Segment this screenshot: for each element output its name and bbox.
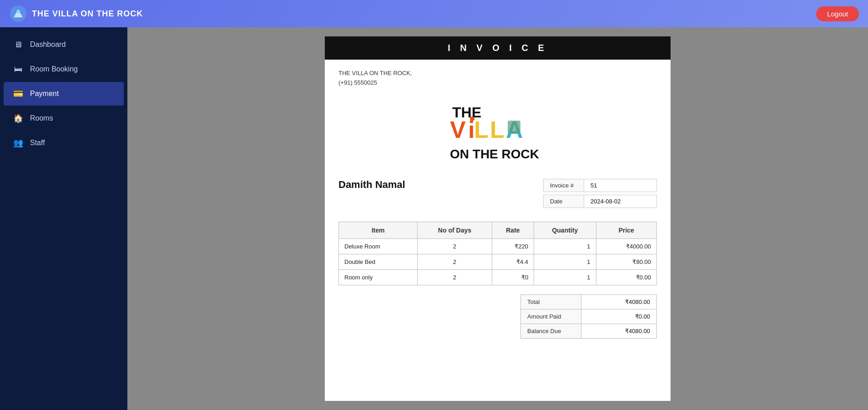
cell-rate: ₹4.4	[492, 254, 534, 269]
company-name: THE VILLA ON THE ROCK,	[338, 69, 412, 78]
company-logo: THE V i L L A ON THE ROCK	[439, 92, 557, 165]
sidebar-label-room-booking: Room Booking	[30, 65, 78, 73]
balance-due-row: Balance Due ₹4080.00	[521, 324, 657, 338]
svg-text:ON THE ROCK: ON THE ROCK	[450, 147, 539, 161]
sidebar-item-dashboard[interactable]: 🖥 Dashboard	[4, 33, 124, 56]
invoice-number-value: 51	[584, 179, 657, 192]
totals-table: Total ₹4080.00 Amount Paid ₹0.00 Balance…	[520, 294, 657, 339]
total-row: Total ₹4080.00	[521, 294, 657, 309]
dashboard-icon: 🖥	[13, 39, 24, 50]
cell-days: 2	[418, 238, 492, 254]
brand: THE VILLA ON THE ROCK	[9, 5, 143, 23]
svg-rect-9	[508, 121, 520, 133]
sidebar-item-payment[interactable]: 💳 Payment	[4, 82, 124, 106]
cell-rate: ₹0	[492, 269, 534, 285]
cell-price: ₹80.00	[596, 254, 656, 269]
table-row: Double Bed 2 ₹4.4 1 ₹80.00	[339, 254, 657, 269]
cell-days: 2	[418, 254, 492, 269]
balance-due-label: Balance Due	[521, 324, 581, 338]
total-value: ₹4080.00	[581, 294, 656, 309]
total-label: Total	[521, 294, 581, 309]
invoice-number-label: Invoice #	[543, 179, 584, 192]
sidebar-label-staff: Staff	[30, 139, 45, 147]
brand-title: THE VILLA ON THE ROCK	[32, 9, 143, 19]
rooms-icon: 🏠	[13, 113, 24, 124]
cell-quantity: 1	[534, 238, 596, 254]
cell-item: Deluxe Room	[339, 238, 418, 254]
table-header-item: Item	[339, 222, 418, 238]
amount-paid-row: Amount Paid ₹0.00	[521, 309, 657, 324]
table-header-rate: Rate	[492, 222, 534, 238]
invoice-title-bar: I N V O I C E	[325, 36, 671, 60]
invoice-number-row: Invoice # 51	[543, 179, 657, 192]
balance-due-value: ₹4080.00	[581, 324, 656, 338]
sidebar: 🖥 Dashboard 🛏 Room Booking 💳 Payment 🏠 R…	[0, 27, 127, 410]
svg-text:L: L	[490, 116, 505, 143]
sidebar-item-rooms[interactable]: 🏠 Rooms	[4, 106, 124, 130]
sidebar-item-room-booking[interactable]: 🛏 Room Booking	[4, 57, 124, 81]
table-header-price: Price	[596, 222, 656, 238]
customer-section: Damith Namal Invoice # 51 Date 2024-08-0…	[325, 179, 671, 217]
company-phone: (+91) 5550025	[338, 78, 412, 88]
amount-paid-value: ₹0.00	[581, 309, 656, 324]
sidebar-label-rooms: Rooms	[30, 114, 53, 122]
logo-area: THE V i L L A ON THE ROCK	[325, 88, 671, 179]
table-row: Room only 2 ₹0 1 ₹0.00	[339, 269, 657, 285]
cell-days: 2	[418, 269, 492, 285]
brand-icon	[9, 5, 27, 23]
svg-point-1	[16, 10, 20, 14]
table-header-quantity: Quantity	[534, 222, 596, 238]
cell-item: Double Bed	[339, 254, 418, 269]
invoice-date-value: 2024-08-02	[584, 195, 657, 208]
invoice-top: THE VILLA ON THE ROCK, (+91) 5550025	[325, 69, 671, 88]
invoice-paper: I N V O I C E THE VILLA ON THE ROCK, (+9…	[325, 36, 671, 401]
cell-price: ₹4000.00	[596, 238, 656, 254]
content-area: I N V O I C E THE VILLA ON THE ROCK, (+9…	[127, 27, 868, 410]
invoice-date-row: Date 2024-08-02	[543, 195, 657, 208]
invoice-meta: Invoice # 51 Date 2024-08-02	[543, 179, 657, 208]
room-booking-icon: 🛏	[13, 64, 24, 75]
table-header-days: No of Days	[418, 222, 492, 238]
invoice-table: Item No of Days Rate Quantity Price Delu…	[338, 222, 657, 285]
company-info: THE VILLA ON THE ROCK, (+91) 5550025	[338, 69, 412, 88]
totals-section: Total ₹4080.00 Amount Paid ₹0.00 Balance…	[338, 294, 657, 339]
cell-rate: ₹220	[492, 238, 534, 254]
cell-item: Room only	[339, 269, 418, 285]
staff-icon: 👥	[13, 137, 24, 148]
cell-quantity: 1	[534, 254, 596, 269]
cell-quantity: 1	[534, 269, 596, 285]
svg-text:V: V	[450, 116, 466, 143]
sidebar-item-staff[interactable]: 👥 Staff	[4, 131, 124, 155]
amount-paid-label: Amount Paid	[521, 309, 581, 324]
logout-button[interactable]: Logout	[816, 6, 859, 21]
top-header: THE VILLA ON THE ROCK Logout	[0, 0, 868, 27]
table-row: Deluxe Room 2 ₹220 1 ₹4000.00	[339, 238, 657, 254]
cell-price: ₹0.00	[596, 269, 656, 285]
sidebar-label-dashboard: Dashboard	[30, 40, 66, 49]
svg-text:L: L	[474, 116, 489, 143]
customer-name: Damith Namal	[338, 179, 405, 191]
main-layout: 🖥 Dashboard 🛏 Room Booking 💳 Payment 🏠 R…	[0, 27, 868, 410]
payment-icon: 💳	[13, 88, 24, 99]
invoice-date-label: Date	[543, 195, 584, 208]
sidebar-label-payment: Payment	[30, 90, 59, 98]
